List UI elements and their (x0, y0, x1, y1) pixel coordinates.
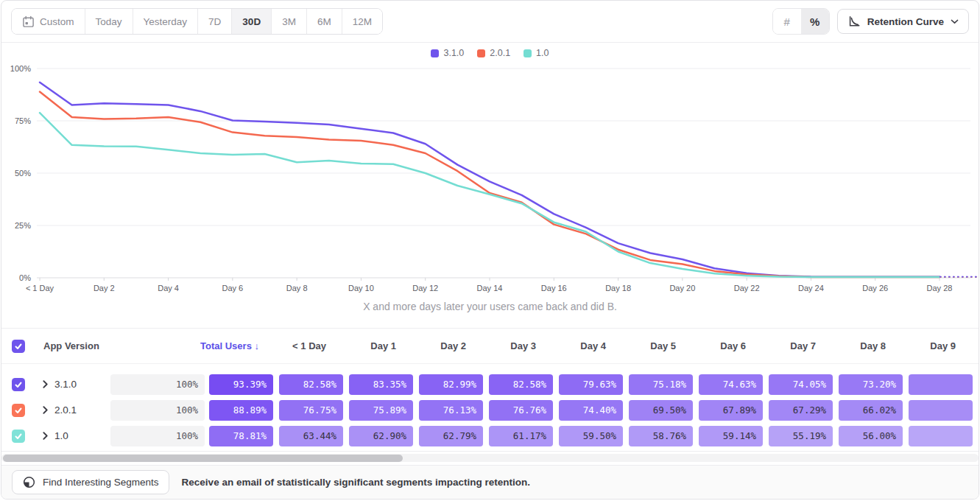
column-header-day-4[interactable]: Day 4 (543, 340, 613, 351)
retention-cell: 93.39% (209, 374, 273, 395)
segments-icon (22, 475, 36, 489)
retention-cell: 75.18% (629, 374, 693, 395)
percent-mode-button[interactable]: % (801, 9, 829, 34)
retention-cell: 63.44% (279, 426, 343, 446)
table-row-1.0[interactable]: 1.0100%78.81%63.44%62.90%62.79%61.17%59.… (1, 423, 979, 449)
date-range-yesterday[interactable]: Yesterday (133, 9, 199, 34)
column-header-day-6[interactable]: Day 6 (683, 340, 753, 351)
chart-type-dropdown[interactable]: Retention Curve (837, 9, 969, 34)
column-header-app-version[interactable]: App Version (43, 340, 165, 351)
column-header-lt-1-day[interactable]: < 1 Day (264, 340, 334, 351)
find-segments-label: Find Interesting Segments (43, 477, 159, 488)
total-users-cell: 100% (110, 400, 205, 421)
sort-descending-icon: ↓ (255, 340, 260, 351)
row-checkbox[interactable] (12, 378, 25, 391)
retention-cell: 76.75% (279, 400, 343, 421)
svg-text:Day 4: Day 4 (158, 284, 179, 292)
retention-cell: 62.79% (419, 426, 483, 446)
column-header-day-7[interactable]: Day 7 (753, 340, 823, 351)
legend-item-2.0.1[interactable]: 2.0.1 (477, 48, 510, 58)
retention-cell: 67.89% (699, 400, 763, 421)
series-line-1.0 (40, 113, 940, 277)
date-range-30d[interactable]: 30D (232, 9, 272, 34)
clipped-next-cell (909, 400, 973, 421)
svg-text:Day 26: Day 26 (862, 284, 888, 292)
footer-message: Receive an email of statistically signif… (182, 477, 530, 488)
column-header-day-2[interactable]: Day 2 (403, 340, 473, 351)
retention-cell: 61.17% (489, 426, 553, 446)
column-header-day-1[interactable]: Day 1 (334, 340, 403, 351)
svg-text:50%: 50% (15, 169, 31, 178)
retention-cell: 62.90% (349, 426, 413, 446)
chevron-right-icon[interactable] (42, 379, 49, 389)
retention-report-panel: CustomTodayYesterday7D30D3M6M12M # % Ret… (1, 0, 979, 500)
date-range-12m[interactable]: 12M (342, 9, 382, 34)
column-header-day-9[interactable]: Day 9 (893, 340, 963, 351)
legend-item-1.0[interactable]: 1.0 (524, 48, 549, 58)
retention-cell: 67.29% (769, 400, 833, 421)
retention-cell: 56.00% (839, 426, 903, 446)
retention-cell: 83.35% (349, 374, 413, 395)
chevron-right-icon[interactable] (42, 405, 49, 415)
retention-cell: 55.19% (769, 426, 833, 446)
footer-bar: Find Interesting Segments Receive an ema… (1, 465, 979, 500)
total-users-cell: 100% (110, 374, 205, 395)
column-header-day-8[interactable]: Day 8 (823, 340, 893, 351)
date-range-custom[interactable]: Custom (12, 9, 85, 34)
table-row-2.0.1[interactable]: 2.0.1100%88.89%76.75%75.89%76.13%76.76%7… (1, 397, 979, 423)
retention-cell: 79.63% (559, 374, 623, 395)
chart-type-label: Retention Curve (867, 16, 944, 27)
svg-text:Day 6: Day 6 (222, 284, 243, 292)
value-mode-toggle: # % (772, 8, 830, 35)
svg-text:0%: 0% (19, 273, 31, 282)
svg-text:Day 2: Day 2 (94, 284, 115, 292)
column-header-day-5[interactable]: Day 5 (613, 340, 683, 351)
legend-swatch (477, 49, 485, 57)
row-checkbox[interactable] (12, 404, 25, 417)
column-header-total-users[interactable]: Total Users ↓ (165, 340, 259, 351)
series-line-2.0.1 (40, 92, 940, 277)
svg-text:Day 24: Day 24 (798, 284, 824, 292)
retention-cell: 74.40% (559, 400, 623, 421)
date-range-today[interactable]: Today (85, 9, 133, 34)
svg-text:Day 8: Day 8 (286, 284, 308, 292)
chart-section: 3.1.02.0.11.0 0%25%50%75%100%< 1 DayDay … (1, 43, 979, 329)
retention-cell: 82.58% (489, 374, 553, 395)
date-range-7d[interactable]: 7D (198, 9, 232, 34)
legend-label: 2.0.1 (490, 48, 510, 58)
svg-text:Day 18: Day 18 (605, 284, 631, 292)
number-mode-button[interactable]: # (773, 9, 801, 34)
row-name: 3.1.0 (54, 379, 110, 390)
legend-item-3.1.0[interactable]: 3.1.0 (431, 48, 464, 58)
find-interesting-segments-button[interactable]: Find Interesting Segments (12, 470, 169, 494)
chevron-down-icon (951, 19, 959, 24)
scrollbar-thumb[interactable] (3, 455, 403, 462)
row-name: 2.0.1 (54, 404, 110, 416)
svg-text:Day 22: Day 22 (734, 284, 760, 292)
clipped-next-cell (909, 374, 973, 395)
date-range-selector: CustomTodayYesterday7D30D3M6M12M (11, 8, 383, 35)
svg-text:Day 16: Day 16 (541, 284, 567, 292)
table-row-3.1.0[interactable]: 3.1.0100%93.39%82.58%83.35%82.99%82.58%7… (1, 371, 979, 397)
svg-text:100%: 100% (10, 64, 31, 73)
svg-text:25%: 25% (15, 221, 31, 230)
date-range-3m[interactable]: 3M (272, 9, 307, 34)
svg-text:Day 12: Day 12 (412, 284, 438, 292)
retention-cell: 76.13% (419, 400, 483, 421)
chart-caption: X and more days later your users came ba… (1, 301, 979, 312)
column-header-day-3[interactable]: Day 3 (473, 340, 543, 351)
series-line-3.1.0 (40, 83, 940, 277)
retention-cell: 74.63% (699, 374, 763, 395)
clipped-next-cell (909, 426, 973, 446)
row-checkbox[interactable] (12, 430, 25, 443)
retention-line-chart: 0%25%50%75%100%< 1 DayDay 2Day 4Day 6Day… (1, 43, 979, 297)
retention-cell: 69.50% (629, 400, 693, 421)
retention-curve-icon (847, 15, 861, 28)
retention-cell: 75.89% (349, 400, 413, 421)
date-range-6m[interactable]: 6M (307, 9, 342, 34)
svg-text:Day 20: Day 20 (669, 284, 695, 292)
legend-swatch (431, 49, 439, 57)
select-all-checkbox[interactable] (12, 340, 25, 353)
chevron-right-icon[interactable] (42, 431, 49, 441)
retention-cell: 73.20% (839, 374, 903, 395)
